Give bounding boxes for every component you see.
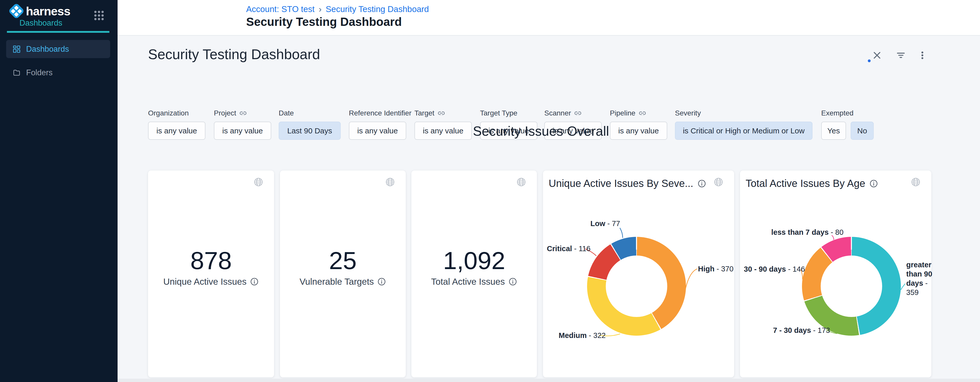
page-title: Security Testing Dashboard	[246, 15, 402, 29]
info-icon[interactable]	[250, 277, 259, 286]
sidebar-item-label: Folders	[26, 68, 52, 77]
filter-label: Severity	[675, 109, 701, 117]
slice-label-less-than-7-days: less than 7 days- 80	[771, 228, 843, 236]
filter-label: Exempted	[821, 109, 853, 117]
filter-label: Target	[414, 109, 434, 117]
dashboards-icon	[13, 45, 21, 53]
top-header: Account: STO test › Security Testing Das…	[118, 0, 980, 36]
slice-label-medium: Medium- 322	[558, 331, 606, 340]
harness-logo-icon	[8, 3, 25, 19]
kebab-menu-icon	[918, 51, 927, 60]
harness-logo[interactable]: harness	[11, 5, 70, 17]
filter-label: Date	[279, 109, 294, 117]
filter-label: Scanner	[544, 109, 571, 117]
globe-icon[interactable]	[254, 177, 263, 187]
sidebar-item-label: Dashboards	[26, 44, 69, 54]
globe-icon[interactable]	[714, 177, 723, 187]
filter-label: Organization	[148, 109, 189, 117]
breadcrumb-page-link[interactable]: Security Testing Dashboard	[326, 4, 429, 14]
dashboard-title: Security Testing Dashboard	[148, 46, 320, 62]
globe-icon[interactable]	[516, 177, 526, 187]
info-icon[interactable]	[869, 179, 878, 188]
tile-value: 1,092	[411, 246, 537, 275]
slice-label-30-90-days: 30 - 90 days- 146	[744, 265, 805, 273]
info-icon[interactable]	[508, 277, 517, 286]
sidebar: harness Dashboards Dashboards Folders	[0, 0, 118, 382]
info-icon[interactable]	[377, 277, 386, 286]
section-title: Security Issues Overall	[119, 124, 963, 139]
tile-unique-active-issues: 878 Unique Active Issues	[148, 171, 274, 377]
info-icon[interactable]	[697, 179, 706, 188]
slice-label-greater-than-90-days: greater than 90 days- 359	[906, 260, 934, 297]
filter-label: Project	[214, 109, 236, 117]
breadcrumb-account-link[interactable]: Account: STO test	[246, 4, 315, 14]
filters-button[interactable]	[894, 49, 907, 62]
tile-label: Unique Active Issues	[164, 276, 247, 287]
tile-value: 878	[148, 246, 274, 275]
age-donut-chart[interactable]	[802, 237, 901, 336]
breadcrumb: Account: STO test › Security Testing Das…	[246, 4, 429, 14]
cursor-dot	[868, 59, 871, 62]
logo-text: harness	[26, 4, 70, 18]
tile-total-active-issues: 1,092 Total Active Issues	[411, 171, 537, 377]
slice-label-7-30-days: 7 - 30 days- 173	[773, 326, 830, 334]
tile-label: Vulnerable Targets	[300, 276, 374, 287]
globe-icon[interactable]	[911, 177, 921, 187]
chart-unique-active-issues-by-severity: Unique Active Issues By Seve... Low- 77 …	[543, 171, 734, 377]
slice-label-high: High- 370	[698, 265, 733, 273]
more-options-button[interactable]	[916, 49, 929, 62]
sidebar-item-folders[interactable]: Folders	[6, 63, 110, 82]
app-switcher-icon[interactable]	[94, 11, 104, 20]
tile-value: 25	[280, 246, 406, 275]
link-icon	[239, 109, 247, 117]
slice-label-critical: Critical- 116	[547, 244, 590, 253]
close-button[interactable]	[870, 49, 884, 62]
filter-label: Pipeline	[610, 109, 635, 117]
sidebar-item-dashboards[interactable]: Dashboards	[6, 40, 110, 58]
link-icon	[639, 109, 646, 117]
tile-label: Total Active Issues	[431, 276, 505, 287]
close-icon	[872, 51, 882, 60]
sidebar-accent-divider	[7, 31, 109, 33]
filter-icon	[896, 50, 906, 60]
filter-label: Reference Identifier	[349, 109, 411, 117]
link-icon	[574, 109, 582, 117]
slice-label-low: Low- 77	[570, 219, 620, 228]
link-icon	[438, 109, 445, 117]
tile-vulnerable-targets: 25 Vulnerable Targets	[280, 171, 406, 377]
severity-donut-chart[interactable]	[587, 237, 686, 336]
globe-icon[interactable]	[385, 177, 395, 187]
folder-icon	[13, 69, 21, 76]
breadcrumb-separator-icon: ›	[319, 4, 321, 14]
chart-title: Total Active Issues By Age	[746, 178, 865, 189]
bottom-strip	[118, 379, 980, 382]
product-name: Dashboards	[19, 18, 62, 28]
chart-title: Unique Active Issues By Seve...	[549, 178, 694, 189]
chart-total-active-issues-by-age: Total Active Issues By Age less than 7 d…	[740, 171, 931, 377]
filter-label: Target Type	[480, 109, 517, 117]
